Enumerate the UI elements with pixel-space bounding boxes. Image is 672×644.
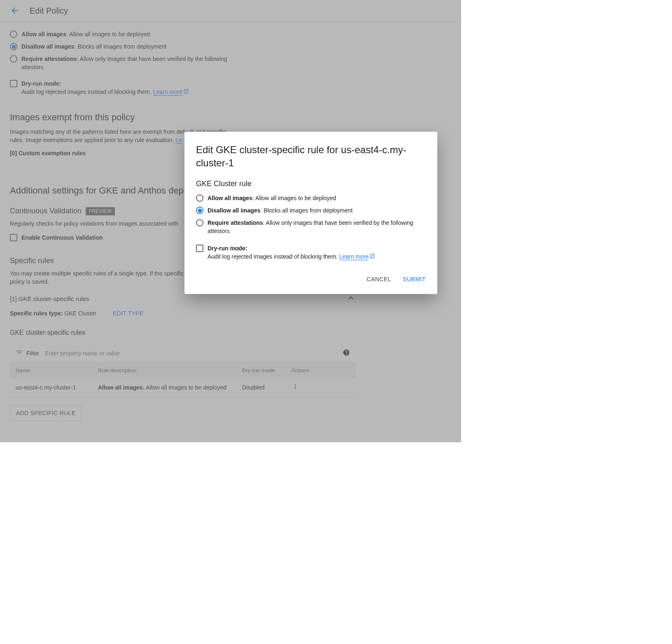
dialog-actions: CANCEL SUBMIT bbox=[196, 276, 426, 282]
checkbox-label: Dry-run mode: Audit log rejected images … bbox=[208, 244, 375, 261]
cancel-button[interactable]: CANCEL bbox=[366, 276, 391, 282]
learn-more-link[interactable]: Learn more bbox=[339, 253, 369, 260]
radio-icon bbox=[196, 194, 203, 202]
radio-icon bbox=[196, 207, 203, 214]
radio-label: Disallow all images: Blocks all images f… bbox=[208, 206, 352, 215]
submit-button[interactable]: SUBMIT bbox=[403, 276, 426, 282]
radio-label: Allow all images: Allow all images to be… bbox=[208, 194, 336, 202]
dialog-section-title: GKE Cluster rule bbox=[196, 180, 426, 188]
dialog-dry-run-row[interactable]: Dry-run mode: Audit log rejected images … bbox=[196, 244, 426, 261]
radio-label: Require attestations: Allow only images … bbox=[208, 219, 422, 235]
radio-icon bbox=[196, 219, 203, 226]
edit-rule-dialog: Edit GKE cluster-specific rule for us-ea… bbox=[184, 132, 437, 294]
checkbox-icon bbox=[196, 245, 203, 252]
dialog-title: Edit GKE cluster-specific rule for us-ea… bbox=[196, 143, 426, 170]
external-link-icon bbox=[369, 253, 375, 261]
dialog-option-allow[interactable]: Allow all images: Allow all images to be… bbox=[196, 194, 426, 202]
dialog-option-require[interactable]: Require attestations: Allow only images … bbox=[196, 219, 426, 235]
dialog-option-disallow[interactable]: Disallow all images: Blocks all images f… bbox=[196, 206, 426, 215]
dialog-overlay[interactable]: Edit GKE cluster-specific rule for us-ea… bbox=[0, 0, 461, 442]
